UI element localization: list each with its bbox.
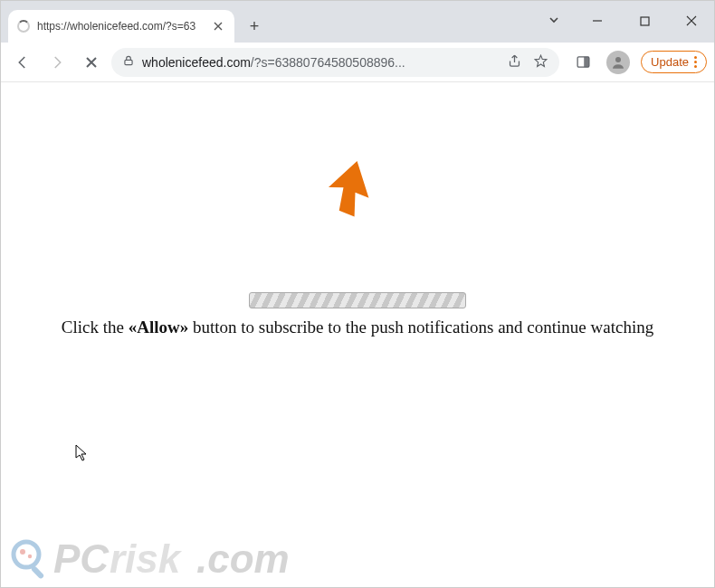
svg-text:PC: PC xyxy=(53,536,110,581)
menu-dots-icon xyxy=(694,56,697,68)
address-bar[interactable]: wholenicefeed.com/?s=63880764580508896..… xyxy=(111,48,559,77)
forward-button[interactable] xyxy=(43,48,72,77)
svg-rect-1 xyxy=(125,60,132,64)
bookmark-star-icon[interactable] xyxy=(533,53,548,71)
msg-suffix: button to subscribe to the push notifica… xyxy=(188,318,653,337)
tab-title: https://wholenicefeed.com/?s=63 xyxy=(37,20,204,33)
close-window-button[interactable] xyxy=(676,8,707,33)
page-content: Click the «Allow» button to subscribe to… xyxy=(1,82,714,587)
browser-window: https://wholenicefeed.com/?s=63 + xyxy=(0,0,715,588)
svg-rect-8 xyxy=(31,565,45,580)
url-domain: wholenicefeed.com xyxy=(142,55,251,70)
url-text: wholenicefeed.com/?s=63880764580508896..… xyxy=(142,55,500,70)
url-path: /?s=63880764580508896... xyxy=(251,55,405,70)
update-button[interactable]: Update xyxy=(641,51,707,73)
svg-point-6 xyxy=(20,549,25,555)
share-icon[interactable] xyxy=(507,53,522,71)
titlebar: https://wholenicefeed.com/?s=63 + xyxy=(1,1,714,43)
back-button[interactable] xyxy=(8,48,37,77)
msg-prefix: Click the xyxy=(62,318,129,337)
svg-point-4 xyxy=(615,57,621,62)
active-tab[interactable]: https://wholenicefeed.com/?s=63 xyxy=(8,10,234,43)
mouse-cursor-icon xyxy=(75,444,90,466)
minimize-button[interactable] xyxy=(582,8,613,33)
omnibox-actions xyxy=(507,53,548,71)
svg-point-7 xyxy=(28,555,32,558)
toolbar: wholenicefeed.com/?s=63880764580508896..… xyxy=(1,43,714,82)
tab-close-button[interactable] xyxy=(211,19,225,33)
lock-icon xyxy=(122,54,135,70)
magnifier-icon xyxy=(10,538,52,580)
msg-allow-word: «Allow» xyxy=(129,318,189,337)
svg-rect-0 xyxy=(641,17,649,25)
loading-spinner-icon xyxy=(17,20,30,33)
maximize-button[interactable] xyxy=(629,8,660,33)
fake-progress-bar xyxy=(249,292,466,308)
svg-text:.com: .com xyxy=(196,536,290,581)
tab-search-button[interactable] xyxy=(548,14,560,30)
watermark-text: PC risk .com xyxy=(53,535,352,583)
svg-point-5 xyxy=(14,542,39,567)
stop-reload-button[interactable] xyxy=(77,48,106,77)
watermark-logo: PC risk .com xyxy=(10,535,352,583)
side-panel-icon[interactable] xyxy=(570,50,596,75)
allow-message: Click the «Allow» button to subscribe to… xyxy=(1,318,714,337)
svg-text:risk: risk xyxy=(110,536,183,581)
profile-avatar[interactable] xyxy=(606,51,630,74)
update-button-label: Update xyxy=(651,55,689,69)
toolbar-right: Update xyxy=(570,50,707,75)
window-controls xyxy=(582,8,707,33)
svg-rect-3 xyxy=(584,57,589,67)
pointer-arrow-annotation xyxy=(318,158,381,225)
new-tab-button[interactable]: + xyxy=(242,14,267,39)
